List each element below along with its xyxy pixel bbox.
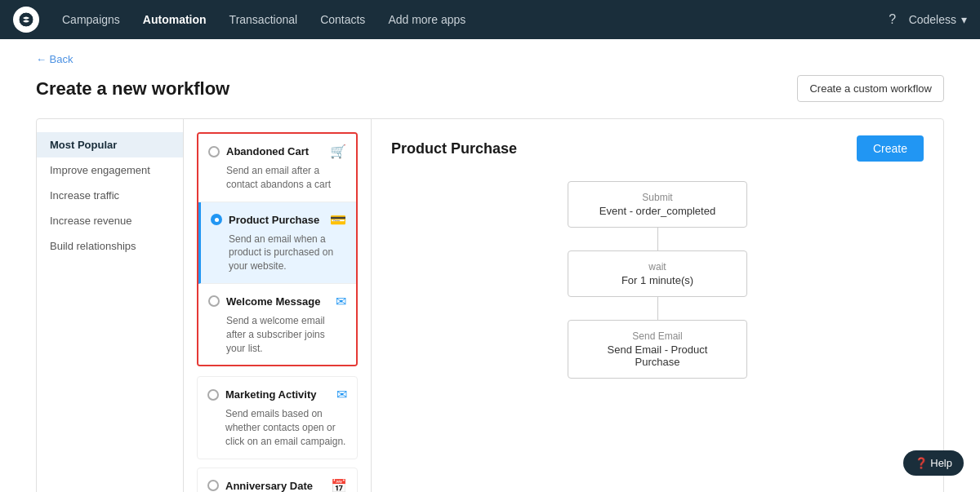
welcome-message-icon: ✉ xyxy=(336,294,346,309)
radio-product-purchase[interactable] xyxy=(211,214,222,225)
sidebar-item-build-relationships[interactable]: Build relationships xyxy=(37,233,183,259)
nav-item-contacts[interactable]: Contacts xyxy=(310,0,375,39)
flow-node-top-wait: wait xyxy=(585,261,730,273)
chevron-down-icon: ▾ xyxy=(961,13,967,26)
nav-item-add-apps[interactable]: Add more apps xyxy=(378,0,475,39)
workflow-title-abandoned-cart: Abandoned Cart xyxy=(226,145,309,157)
nav-item-transactional[interactable]: Transactional xyxy=(220,0,308,39)
flow-node-top-submit: Submit xyxy=(585,192,730,203)
abandoned-cart-icon: 🛒 xyxy=(330,144,346,159)
user-menu[interactable]: Codeless ▾ xyxy=(909,13,967,26)
navbar: Campaigns Automation Transactional Conta… xyxy=(0,0,980,39)
flow-node-wait: wait For 1 minute(s) xyxy=(568,250,747,297)
workflow-desc-marketing-activity: Send emails based on whether contacts op… xyxy=(225,407,347,448)
workflow-desc-abandoned-cart: Send an email after a contact abandons a… xyxy=(226,164,346,192)
main-layout: Most Popular Improve engagement Increase… xyxy=(36,118,944,492)
flow-node-top-send-email: Send Email xyxy=(585,330,730,342)
flow-node-main-submit: Event - order_completed xyxy=(585,205,730,217)
svg-point-0 xyxy=(19,12,33,27)
create-custom-workflow-button[interactable]: Create a custom workflow xyxy=(797,75,944,102)
radio-welcome-message[interactable] xyxy=(208,295,220,307)
workflow-list: Abandoned Cart 🛒 Send an email after a c… xyxy=(184,119,372,492)
sidebar-item-increase-traffic[interactable]: Increase traffic xyxy=(37,183,183,208)
radio-marketing-activity[interactable] xyxy=(207,389,219,401)
flow-node-submit: Submit Event - order_completed xyxy=(568,181,747,228)
workflow-title-product-purchase: Product Purchase xyxy=(229,214,319,226)
sidebar-item-most-popular[interactable]: Most Popular xyxy=(37,132,183,157)
marketing-activity-icon: ✉ xyxy=(336,387,347,402)
nav-item-campaigns[interactable]: Campaigns xyxy=(52,0,130,39)
workflow-desc-welcome-message: Send a welcome email after a subscriber … xyxy=(226,314,346,355)
workflow-card-marketing-activity[interactable]: Marketing Activity ✉ Send emails based o… xyxy=(197,376,358,459)
flow-node-main-wait: For 1 minute(s) xyxy=(585,274,730,286)
workflow-card-abandoned-cart[interactable]: Abandoned Cart 🛒 Send an email after a c… xyxy=(198,134,356,202)
product-purchase-icon: 💳 xyxy=(330,212,346,228)
logo[interactable] xyxy=(13,7,39,33)
radio-abandoned-cart[interactable] xyxy=(208,146,220,157)
nav-item-automation[interactable]: Automation xyxy=(133,0,216,39)
radio-anniversary-date[interactable] xyxy=(207,480,219,491)
flow-node-main-send-email: Send Email - Product Purchase xyxy=(585,344,730,368)
flow-connector-2 xyxy=(657,297,658,320)
flow-connector-1 xyxy=(657,228,658,250)
logo-icon xyxy=(18,11,34,28)
sidebar-item-improve-engagement[interactable]: Improve engagement xyxy=(37,157,183,183)
flow-node-send-email: Send Email Send Email - Product Purchase xyxy=(568,320,747,379)
flow-diagram: Submit Event - order_completed wait For … xyxy=(391,181,924,379)
help-button[interactable]: ❓ Help xyxy=(903,450,964,476)
workflow-card-anniversary-date[interactable]: Anniversary Date 📅 xyxy=(197,468,358,492)
preview-panel: Product Purchase Create Submit Event - o… xyxy=(372,119,943,492)
create-button[interactable]: Create xyxy=(857,135,924,162)
sidebar-item-increase-revenue[interactable]: Increase revenue xyxy=(37,208,183,233)
workflow-title-welcome-message: Welcome Message xyxy=(226,295,320,308)
help-icon[interactable]: ? xyxy=(880,7,906,33)
back-link[interactable]: ← Back xyxy=(36,53,74,65)
red-border-section: Abandoned Cart 🛒 Send an email after a c… xyxy=(197,132,358,366)
workflow-card-product-purchase[interactable]: Product Purchase 💳 Send an email when a … xyxy=(198,202,356,284)
preview-header: Product Purchase Create xyxy=(391,135,924,162)
page-header: Create a new workflow Create a custom wo… xyxy=(36,75,944,102)
user-label: Codeless xyxy=(909,13,956,26)
workflow-card-welcome-message[interactable]: Welcome Message ✉ Send a welcome email a… xyxy=(198,284,356,365)
preview-title: Product Purchase xyxy=(391,140,517,157)
workflow-title-marketing-activity: Marketing Activity xyxy=(225,388,317,401)
anniversary-date-icon: 📅 xyxy=(331,478,347,492)
workflow-desc-product-purchase: Send an email when a product is purchase… xyxy=(229,233,346,273)
workflow-title-anniversary-date: Anniversary Date xyxy=(225,480,313,492)
sidebar: Most Popular Improve engagement Increase… xyxy=(37,119,184,492)
page-title: Create a new workflow xyxy=(36,78,229,100)
